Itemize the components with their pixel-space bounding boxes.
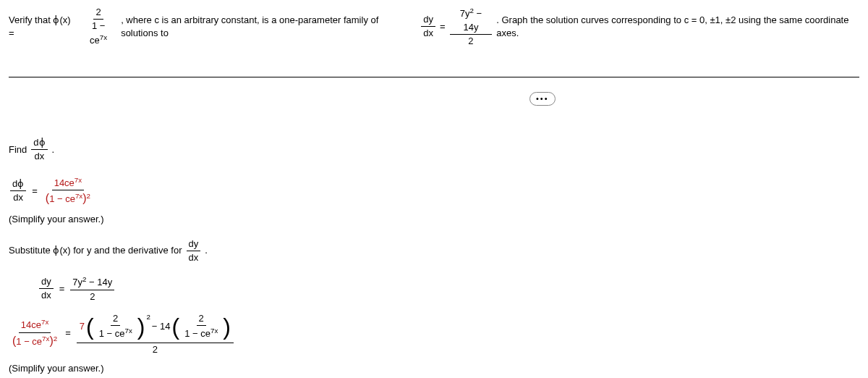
dydx-fraction: dy dx (421, 13, 435, 40)
simplify-note-2: (Simplify your answer.) (9, 362, 859, 375)
phi-fraction: 2 1 − ce7x (80, 6, 116, 48)
big-rhs: 7 ( 2 1 − ce7x ) 2 − 14 ( 2 1 − ce7x ) 2 (77, 311, 234, 356)
ode-restatement: dy dx = 7y2 − 14y 2 (38, 274, 859, 303)
big-lhs: 14ce7x (1 − ce7x)2 (10, 317, 59, 349)
tail-text: . Graph the solution curves correspondin… (496, 14, 859, 40)
dphi-dx-lhs: dϕ dx (10, 177, 26, 204)
section-divider (9, 77, 859, 77)
rhs-fraction: 7y2 − 14y 2 (450, 6, 493, 48)
simplify-note-1: (Simplify your answer.) (9, 213, 859, 226)
substitute-step: Substitute ϕ(x) for y and the derivative… (9, 238, 859, 264)
mid-text: , where c is an arbitrary constant, is a… (121, 14, 417, 40)
problem-statement: Verify that ϕ(x) = 2 1 − ce7x , where c … (9, 6, 859, 48)
derivative-equation: dϕ dx = 14ce7x (1 − ce7x)2 (9, 175, 859, 207)
dphi-dx: dϕ dx (31, 136, 47, 163)
substitution-equation: 14ce7x (1 − ce7x)2 = 7 ( 2 1 − ce7x ) 2 … (9, 311, 859, 356)
derivative-answer: 14ce7x (1 − ce7x)2 (43, 175, 93, 207)
find-step: Find dϕ dx . (9, 136, 859, 163)
more-button[interactable]: ••• (529, 92, 556, 106)
verify-text: Verify that ϕ(x) = (9, 14, 76, 40)
